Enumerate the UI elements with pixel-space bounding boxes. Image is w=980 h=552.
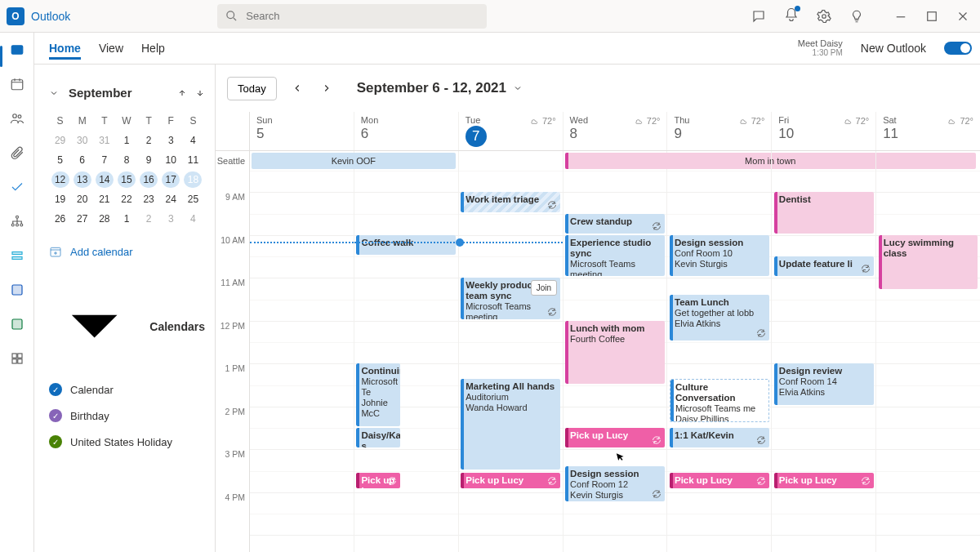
chevron-down-icon (513, 83, 523, 93)
calendar-event[interactable]: Update feature li (774, 256, 874, 276)
next-meeting[interactable]: Meet Daisy 1:30 PM (798, 38, 843, 58)
calendars-section[interactable]: Calendars (49, 281, 205, 372)
calendar-event[interactable]: Pick up Lucy (565, 428, 665, 447)
title-bar: Outlook (0, 0, 980, 33)
search-input[interactable] (246, 10, 458, 22)
calendar-event[interactable]: Pick up L (356, 473, 399, 488)
day-header[interactable]: Wed872° (564, 112, 668, 150)
new-outlook-label: New Outlook (861, 37, 926, 60)
svg-rect-2 (928, 11, 937, 20)
window-close-icon[interactable] (956, 9, 970, 24)
calendar-event[interactable]: Experience studio syncMicrosoft Teams me… (565, 235, 665, 277)
calendar-event[interactable]: Marketing All handsAuditoriumWanda Howar… (461, 379, 560, 470)
add-calendar-button[interactable]: Add calendar (49, 245, 205, 258)
tab-help[interactable]: Help (141, 37, 165, 60)
rail-app1-icon[interactable] (10, 248, 24, 263)
svg-point-1 (822, 14, 826, 18)
week-prev-button[interactable] (288, 79, 306, 97)
calendar-event[interactable]: Lunch with momFourth Coffee (565, 321, 665, 384)
svg-point-6 (18, 115, 21, 118)
calendar-event[interactable]: Pick up Lucy (461, 473, 560, 488)
calendar-event[interactable]: Pick up Lucy (670, 473, 769, 488)
calendar-item[interactable]: United States Holiday (49, 435, 205, 448)
app-name: Outlook (31, 10, 70, 23)
day-header[interactable]: Sat1172° (876, 112, 980, 150)
calendar-event[interactable]: Coffee walk (356, 235, 456, 255)
chevron-down-icon (49, 88, 59, 98)
calendar-event[interactable]: Design reviewConf Room 14Elvia Atkins (774, 363, 874, 405)
chat-icon[interactable] (751, 9, 766, 24)
day-header[interactable]: Tue772° (459, 112, 564, 150)
svg-rect-15 (12, 354, 16, 358)
svg-rect-18 (17, 359, 21, 363)
svg-point-9 (16, 224, 18, 226)
allday-label: Seattle (216, 151, 250, 171)
rail-indicator (0, 46, 2, 67)
svg-rect-12 (12, 257, 22, 260)
calendar-event[interactable]: 1:1 Kat/Kevin (670, 428, 769, 447)
outlook-logo-icon (7, 7, 24, 25)
ribbon: Home View Help Meet Daisy 1:30 PM New Ou… (0, 33, 980, 65)
allday-row: Seattle Kevin OOFMom in town (216, 151, 980, 171)
calendar-item[interactable]: Birthday (49, 409, 205, 422)
calendar-event[interactable]: Dentist (774, 192, 874, 234)
day-header[interactable]: Thu972° (667, 112, 772, 150)
rail-mail-icon[interactable] (10, 42, 24, 57)
mini-month-header[interactable]: September (49, 86, 205, 100)
calendar-event[interactable]: Design sessionConf Room 12Kevin Sturgis (565, 466, 665, 501)
date-range[interactable]: September 6 - 12, 2021 (357, 80, 523, 96)
week-next-button[interactable] (318, 79, 336, 97)
svg-point-10 (20, 224, 22, 226)
calendar-sidebar: September SMTWTFS29303112345678910111213… (34, 65, 216, 552)
window-maximize-icon[interactable] (924, 9, 939, 24)
rail-excel-icon[interactable] (10, 317, 24, 332)
new-outlook-toggle[interactable] (944, 42, 972, 55)
day-header[interactable]: Sun5 (250, 112, 354, 150)
calendar-event[interactable]: Weekly product team syncMicrosoft Teams … (461, 278, 560, 319)
tab-view[interactable]: View (99, 37, 123, 60)
tab-home[interactable]: Home (49, 37, 81, 60)
chevron-down-icon (49, 281, 140, 372)
rail-people-icon[interactable] (10, 111, 24, 126)
rail-calendar-icon[interactable] (10, 77, 24, 91)
calendar-event[interactable]: Crew standup (565, 214, 665, 234)
rail-word-icon[interactable] (10, 283, 24, 297)
search-box[interactable] (217, 4, 487, 29)
calendar-event[interactable]: Daisy/Kat s (356, 428, 399, 447)
join-button[interactable]: Join (531, 280, 557, 296)
notifications-icon[interactable] (784, 7, 799, 25)
svg-point-8 (11, 224, 14, 226)
day-header[interactable]: Mon6 (354, 112, 459, 150)
calendar-event[interactable]: Design sessionConf Room 10Kevin Sturgis (670, 235, 769, 277)
today-button[interactable]: Today (227, 77, 277, 100)
svg-rect-14 (12, 319, 22, 329)
search-icon (225, 10, 238, 22)
calendar-event[interactable]: Culture ConversationMicrosoft Teams meDa… (670, 379, 769, 422)
calendar-main: Today September 6 - 12, 2021 Sun5Mon6Tue… (216, 65, 980, 552)
calendar-event[interactable]: ContinuingMicrosoft TeJohnie McC (356, 363, 399, 426)
calendar-event[interactable]: Pick up Lucy (774, 473, 874, 488)
calendar-event[interactable]: Work item triage (461, 192, 560, 211)
svg-point-5 (12, 114, 16, 118)
rail-files-icon[interactable] (10, 145, 24, 160)
svg-rect-13 (12, 285, 22, 295)
rail-orgchart-icon[interactable] (10, 214, 24, 229)
calendar-event[interactable]: Team LunchGet together at lobbElvia Atki… (670, 295, 769, 341)
day-header[interactable]: Fri1072° (772, 112, 876, 150)
calendar-plus-icon (49, 245, 62, 258)
month-next-icon[interactable] (195, 88, 205, 98)
mini-month-label: September (69, 86, 132, 100)
rail-more-apps-icon[interactable] (10, 351, 24, 366)
settings-icon[interactable] (817, 9, 831, 24)
svg-rect-4 (11, 80, 23, 90)
app-rail (0, 33, 34, 552)
calendar-item[interactable]: Calendar (49, 383, 205, 396)
calendar-grid[interactable]: 9 AM10 AM11 AM12 PM1 PM2 PM3 PM4 PM Coff… (216, 171, 980, 552)
window-minimize-icon[interactable] (893, 9, 908, 24)
tips-icon[interactable] (849, 9, 864, 24)
rail-todo-icon[interactable] (10, 180, 24, 194)
mini-calendar[interactable]: SMTWTFS293031123456789101112131415161718… (49, 111, 204, 229)
calendar-event[interactable]: Lucy swimming class (879, 235, 978, 289)
svg-rect-11 (12, 252, 22, 255)
month-prev-icon[interactable] (177, 88, 187, 98)
